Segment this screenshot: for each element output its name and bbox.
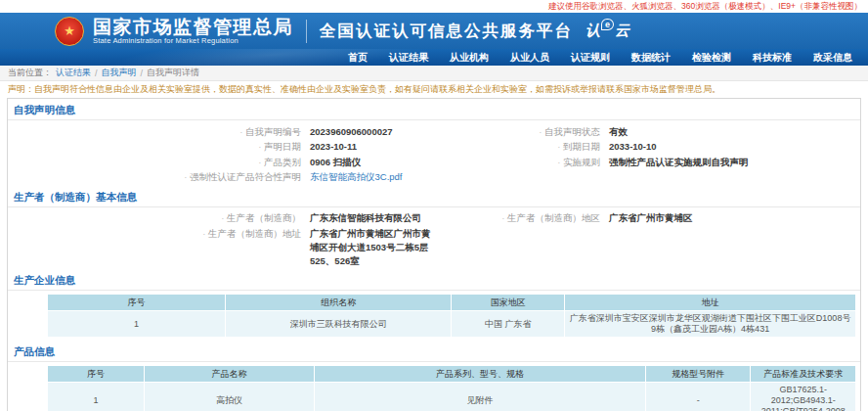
disclaimer-text: 声明：自我声明符合性信息由企业及相关实验室提供，数据的真实性、准确性由企业及实验…: [8, 83, 720, 96]
main-nav: 首页 认证结果 从业机构 从业人员 认证规则 数据统计 检验检测 科技标准 政采…: [0, 49, 868, 66]
site-header: 国家市场监督管理总局 State Administration for Mark…: [0, 13, 868, 49]
field-label: 生产者（制造商）地址: [8, 227, 301, 241]
declaration-left-col: 自我声明编号 2023960906000027 声明日期 2023-10-11 …: [8, 123, 434, 186]
manufacturer-region: 广东省广州市黄埔区: [609, 211, 693, 225]
declaration-number: 2023960906000027: [310, 125, 393, 139]
product-seq: 1: [48, 383, 145, 411]
field-row: 声明日期 2023-10-11: [8, 140, 434, 154]
field-row: 生产者（制造商）地址 广东省广州市黄埔区广州市黄埔区开创大道1503号二栋5层5…: [8, 227, 434, 268]
factory-seq: 1: [48, 311, 226, 338]
factory-table: 序号 组织名称 国家地区 地址 1 深圳市三跃科技有限公司 中国 广东省 广东省…: [47, 294, 856, 338]
nav-item-statistics[interactable]: 数据统计: [621, 51, 681, 65]
field-label: 到期日期: [434, 140, 600, 154]
field-label: 强制性认证产品符合性声明: [8, 170, 301, 184]
col-header-seq: 序号: [48, 295, 226, 311]
product-series-model-spec: 见附件: [314, 383, 645, 411]
declaration-date: 2023-10-11: [310, 140, 357, 154]
agency-name-en: State Administration for Market Regulati…: [93, 36, 293, 45]
product-name: 高拍仪: [145, 383, 315, 411]
manufacturer-right-col: 生产者（制造商）地区 广东省广州市黄埔区: [434, 210, 860, 270]
disclaimer-bar: 声明：自我声明符合性信息由企业及相关实验室提供，数据的真实性、准确性由企业及实验…: [0, 81, 868, 98]
header-divider: [306, 20, 307, 43]
field-label: 声明日期: [8, 140, 301, 154]
table-row: 1 深圳市三跃科技有限公司 中国 广东省 广东省深圳市宝安区深圳市龙华区观湖街道…: [48, 311, 856, 338]
col-header-standards: 产品标准及技术要求: [751, 366, 856, 383]
conformity-pdf-link[interactable]: 东信智能高拍仪3C.pdf: [310, 170, 403, 184]
breadcrumb-prefix: 当前位置：: [8, 67, 52, 79]
col-header-org-name: 组织名称: [225, 295, 452, 311]
product-standards: GB17625.1-2012;GB4943.1-2011;GB/T9254-20…: [751, 383, 856, 411]
browser-tip-bar: 建议使用谷歌浏览器、火狐浏览器、360浏览器（极速模式）、IE9+（非兼容性视图…: [0, 0, 868, 13]
product-table: 序号 产品名称 产品系列、型号、规格 规格型号附件 产品标准及技术要求 1 高拍…: [47, 365, 856, 411]
product-table-header-row: 序号 产品名称 产品系列、型号、规格 规格型号附件 产品标准及技术要求: [48, 366, 856, 383]
section-title-factory: 生产企业信息: [8, 270, 860, 291]
field-row: 产品类别 0906 扫描仪: [8, 156, 434, 169]
manufacturer-name: 广东东信智能科技有限公司: [310, 211, 421, 225]
breadcrumb-separator: /: [141, 68, 144, 78]
manufacturer-left-col: 生产者（制造商） 广东东信智能科技有限公司 生产者（制造商）地址 广东省广州市黄…: [8, 210, 434, 270]
nav-item-cert-rules[interactable]: 认证规则: [560, 51, 621, 65]
agency-title-block: 国家市场监督管理总局 State Administration for Mark…: [93, 18, 293, 45]
field-label: 生产者（制造商）地区: [434, 211, 600, 225]
product-category: 0906 扫描仪: [310, 156, 361, 169]
factory-org-name: 深圳市三跃科技有限公司: [225, 311, 452, 338]
section-title-manufacturer: 生产者（制造商）基本信息: [8, 187, 860, 207]
field-row: 实施规则 强制性产品认证实施规则自我声明: [434, 156, 860, 169]
national-emblem-icon: [55, 17, 84, 46]
logo-part1: 认: [586, 22, 600, 40]
col-header-country-region: 国家地区: [452, 295, 565, 311]
logo-e-cloud-icon: e: [601, 19, 614, 30]
nav-item-home[interactable]: 首页: [337, 51, 378, 65]
factory-table-header-row: 序号 组织名称 国家地区 地址: [48, 295, 856, 311]
breadcrumb-item-self-declaration[interactable]: 自我声明: [102, 67, 137, 79]
breadcrumb-item-cert-results[interactable]: 认证结果: [56, 67, 91, 79]
field-row: 自我声明状态 有效: [434, 125, 860, 139]
section-title-product: 产品信息: [8, 342, 860, 362]
declaration-status: 有效: [609, 125, 628, 139]
breadcrumb: 当前位置： 认证结果 / 自我声明 / 自我声明详情: [0, 66, 868, 81]
col-header-address: 地址: [565, 295, 856, 311]
agency-name-cn: 国家市场监督管理总局: [93, 18, 293, 36]
table-row: 1 高拍仪 见附件 - GB17625.1-2012;GB4943.1-2011…: [48, 383, 856, 411]
field-row: 强制性认证产品符合性声明 东信智能高拍仪3C.pdf: [8, 170, 434, 184]
platform-title: 全国认证认可信息公共服务平台: [320, 21, 573, 42]
ren-e-yun-logo: 认 e 云: [586, 22, 629, 40]
factory-address: 广东省深圳市宝安区深圳市龙华区观湖街道下围社区下围工业区D1008号9栋（鑫茂工…: [565, 311, 856, 338]
manufacturer-grid: 生产者（制造商） 广东东信智能科技有限公司 生产者（制造商）地址 广东省广州市黄…: [8, 207, 860, 271]
field-label: 实施规则: [434, 156, 600, 169]
browser-tip-text: 建议使用谷歌浏览器、火狐浏览器、360浏览器（极速模式）、IE9+（非兼容性视图…: [548, 1, 862, 13]
field-label: 自我声明状态: [434, 125, 600, 139]
field-label: 生产者（制造商）: [8, 211, 301, 225]
field-label: 产品类别: [8, 156, 301, 169]
field-row: 生产者（制造商）地区 广东省广州市黄埔区: [434, 211, 860, 225]
manufacturer-address: 广东省广州市黄埔区广州市黄埔区开创大道1503号二栋5层525、526室: [310, 227, 434, 268]
product-spec-attachment: -: [645, 383, 751, 411]
nav-item-cert-results[interactable]: 认证结果: [378, 51, 439, 65]
nav-item-inspection[interactable]: 检验检测: [681, 51, 742, 65]
field-label: 自我声明编号: [8, 125, 301, 139]
nav-item-personnel[interactable]: 从业人员: [499, 51, 560, 65]
nav-item-tech-standards[interactable]: 科技标准: [742, 51, 803, 65]
factory-country-region: 中国 广东省: [452, 311, 565, 338]
field-row: 到期日期 2033-10-10: [434, 140, 860, 154]
col-header-product-name: 产品名称: [145, 366, 315, 383]
col-header-spec-attachment: 规格型号附件: [645, 366, 751, 383]
field-row: 自我声明编号 2023960906000027: [8, 125, 434, 139]
detail-panel: 自我声明信息 自我声明编号 2023960906000027 声明日期 2023…: [7, 98, 861, 411]
field-row: 生产者（制造商） 广东东信智能科技有限公司: [8, 211, 434, 225]
breadcrumb-separator: /: [95, 68, 98, 78]
implementation-rule: 强制性产品认证实施规则自我声明: [609, 156, 749, 169]
declaration-right-col: 自我声明状态 有效 到期日期 2033-10-10 实施规则 强制性产品认证实施…: [434, 123, 860, 186]
col-header-seq: 序号: [48, 366, 145, 383]
declaration-grid: 自我声明编号 2023960906000027 声明日期 2023-10-11 …: [8, 120, 860, 187]
expiry-date: 2033-10-10: [609, 140, 657, 154]
nav-item-agencies[interactable]: 从业机构: [439, 51, 499, 65]
nav-item-gov-procurement[interactable]: 政采信息: [803, 51, 863, 65]
col-header-series-model-spec: 产品系列、型号、规格: [314, 366, 645, 383]
section-title-declaration: 自我声明信息: [8, 100, 860, 120]
breadcrumb-item-current: 自我声明详情: [147, 67, 199, 79]
logo-part3: 云: [615, 22, 629, 40]
